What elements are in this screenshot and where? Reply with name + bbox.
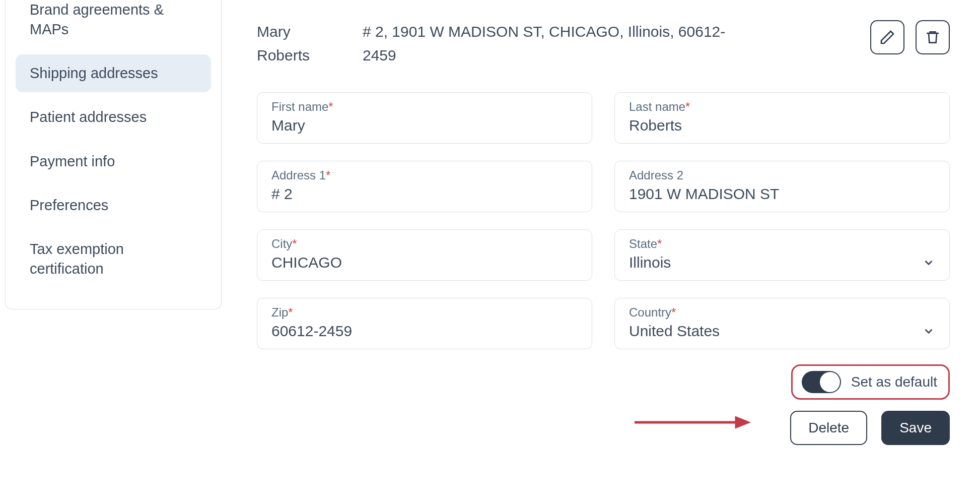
form-actions: Delete Save [257, 411, 950, 445]
address-summary-row: Mary Roberts # 2, 1901 W MADISON ST, CHI… [257, 20, 950, 67]
city-input[interactable] [271, 254, 578, 271]
zip-field[interactable]: Zip* [257, 298, 592, 349]
first-name-input[interactable] [271, 117, 578, 134]
state-value[interactable] [629, 254, 917, 271]
chevron-down-icon [922, 256, 935, 269]
address1-input[interactable] [271, 185, 578, 203]
main-panel: Mary Roberts # 2, 1901 W MADISON ST, CHI… [237, 0, 980, 503]
address2-input[interactable] [629, 185, 935, 203]
default-toggle-label: Set as default [851, 374, 937, 390]
toggle-knob [820, 372, 840, 392]
address1-label: Address 1* [271, 168, 578, 182]
save-button-label: Save [899, 420, 932, 435]
trash-icon [925, 29, 941, 45]
save-button[interactable]: Save [881, 411, 950, 445]
pencil-icon [879, 29, 895, 45]
sidebar-item-label: Shipping addresses [30, 65, 158, 81]
sidebar-item-label: Payment info [30, 153, 115, 169]
required-asterisk: * [288, 305, 293, 319]
annotation-arrow [635, 412, 750, 432]
default-toggle[interactable] [802, 371, 841, 393]
sidebar-item-shipping-addresses[interactable]: Shipping addresses [16, 54, 211, 92]
required-asterisk: * [671, 305, 676, 319]
sidebar-item-brand-agreements[interactable]: Brand agreements & MAPs [16, 0, 211, 48]
required-asterisk: * [328, 100, 333, 113]
sidebar-item-label: Tax exemption certification [30, 241, 124, 277]
delete-button[interactable]: Delete [790, 411, 867, 445]
sidebar-item-label: Patient addresses [30, 109, 147, 125]
delete-icon-button[interactable] [916, 20, 950, 54]
zip-label: Zip* [271, 305, 578, 320]
city-label: City* [271, 237, 578, 251]
summary-address: # 2, 1901 W MADISON ST, CHICAGO, Illinoi… [363, 20, 755, 67]
default-toggle-row: Set as default [257, 364, 950, 400]
edit-button[interactable] [870, 20, 904, 54]
address2-field[interactable]: Address 2 [614, 161, 950, 212]
first-name-label: First name* [271, 100, 578, 114]
summary-name: Mary Roberts [257, 20, 342, 67]
address2-label: Address 2 [629, 168, 935, 182]
zip-input[interactable] [271, 323, 578, 340]
sidebar-item-payment-info[interactable]: Payment info [16, 143, 211, 180]
app-root: Brand agreements & MAPs Shipping address… [0, 0, 980, 503]
last-name-field[interactable]: Last name* [614, 92, 950, 144]
sidebar-item-label: Preferences [30, 197, 108, 213]
required-asterisk: * [657, 237, 662, 250]
address-form: First name* Last name* Address 1* Addres… [257, 92, 950, 349]
country-field[interactable]: Country* [614, 298, 950, 349]
state-field[interactable]: State* [614, 229, 950, 281]
delete-button-label: Delete [808, 420, 849, 435]
svg-marker-1 [735, 416, 750, 428]
address1-field[interactable]: Address 1* [257, 161, 592, 212]
country-label: Country* [629, 305, 935, 320]
city-field[interactable]: City* [257, 229, 592, 281]
sidebar-item-preferences[interactable]: Preferences [16, 186, 211, 224]
state-select[interactable] [629, 254, 935, 271]
last-name-label: Last name* [629, 100, 935, 114]
sidebar-item-patient-addresses[interactable]: Patient addresses [16, 98, 211, 136]
state-label: State* [629, 237, 935, 251]
sidebar-item-tax-exemption[interactable]: Tax exemption certification [16, 230, 211, 288]
last-name-input[interactable] [629, 117, 935, 134]
country-value[interactable] [629, 323, 917, 340]
required-asterisk: * [292, 237, 297, 250]
first-name-field[interactable]: First name* [257, 92, 592, 144]
country-select[interactable] [629, 323, 935, 340]
chevron-down-icon [922, 325, 935, 338]
required-asterisk: * [326, 168, 330, 182]
sidebar-card: Brand agreements & MAPs Shipping address… [5, 0, 222, 309]
sidebar-item-label: Brand agreements & MAPs [30, 2, 164, 37]
sidebar: Brand agreements & MAPs Shipping address… [0, 0, 237, 503]
summary-actions [870, 20, 950, 54]
required-asterisk: * [685, 100, 690, 113]
default-toggle-highlight: Set as default [791, 364, 950, 400]
